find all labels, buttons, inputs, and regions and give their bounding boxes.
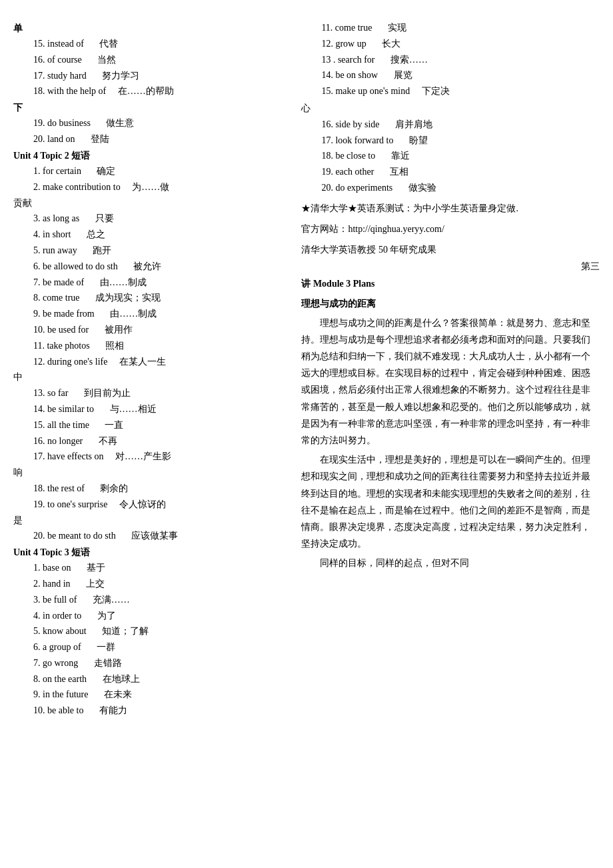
list-item: 5. know about 知道；了解 [13, 623, 288, 639]
phrase-cn: 令人惊讶的 [110, 499, 166, 509]
phrase-cn: 靠近 [382, 151, 410, 161]
section2-phrases: 1. base on 基于 2. hand in 上交 3. be full o… [13, 560, 288, 719]
phrase-cn: 被用作 [95, 325, 133, 335]
phrase-en: 15. all the time [33, 420, 89, 430]
phrase-en: 2. hand in [33, 579, 71, 589]
list-item: 4. in order to 为了 [13, 608, 288, 624]
phrase-cn: 对……产生影 [106, 451, 171, 461]
phrase-en: 3. as long as [33, 213, 79, 223]
phrase-en: 14. be on show [321, 70, 378, 80]
phrase-cn: 由……制成 [101, 309, 157, 319]
phrase-en: 8. on the earth [33, 674, 87, 684]
phrase-en: 2. make contribution to [33, 182, 121, 192]
list-item: 10. be able to 有能力 [13, 703, 288, 719]
phrase-cn: 只要 [86, 213, 114, 223]
list-item: 18. with the help of 在……的帮助 [13, 83, 288, 99]
phrase-en: 10. be used for [33, 325, 89, 335]
phrase-en: 15. make up one's mind [321, 86, 410, 96]
wrap-label: 响 [13, 465, 288, 481]
phrase-en: 8. come true [33, 293, 80, 303]
phrase-en: 16. of course [33, 55, 82, 65]
list-item: 7. go wrong 走错路 [13, 655, 288, 671]
page: 单 15. instead of 代替 16. of course 当然 17.… [13, 20, 600, 720]
phrase-cn: 一直 [95, 420, 123, 430]
phrase-cn: 基于 [77, 563, 105, 573]
list-item: 1. base on 基于 [13, 560, 288, 576]
phrase-en: 20. land on [33, 134, 75, 144]
list-item: 19. do business 做生意 [13, 115, 288, 131]
phrase-cn: 到目前为止 [75, 388, 131, 398]
phrase-cn: 在未来 [95, 689, 132, 699]
phrase-en: 17. study hard [33, 71, 87, 81]
wrap-label: 中 [13, 369, 288, 385]
phrase-en: 17. look forward to [321, 135, 393, 145]
phrase-en: 11. come true [321, 23, 372, 33]
phrase-cn: 充满…… [83, 595, 130, 605]
phrase-en: 10. be able to [33, 705, 83, 715]
phrase-cn: 盼望 [400, 135, 428, 145]
phrase-cn: 登陆 [81, 134, 109, 144]
list-item: 20. do experiments 做实验 [301, 180, 600, 196]
section1-title: Unit 4 Topic 2 短语 [13, 150, 288, 162]
list-item: 13 . search for 搜索…… [301, 52, 600, 68]
list-item: 19. to one's surprise 令人惊讶的 [13, 497, 288, 513]
list-item: 7. be made of 由……制成 [13, 275, 288, 291]
left-mid-header: 下 [13, 102, 288, 114]
phrase-cn: 在地球上 [93, 674, 140, 684]
list-item: 17. have effects on 对……产生影 [13, 449, 288, 465]
module-title: 讲 Module 3 Plans [301, 275, 600, 292]
phrase-en: 7. go wrong [33, 658, 78, 668]
list-item: 20. be meant to do sth 应该做某事 [13, 528, 288, 544]
phrase-en: 5. run away [33, 245, 77, 255]
list-item: 16. of course 当然 [13, 52, 288, 68]
list-item: 19. each other 互相 [301, 164, 600, 180]
phrase-en: 17. have effects on [33, 451, 103, 461]
list-item: 2. hand in 上交 [13, 576, 288, 592]
phrase-cn: 在某人一生 [110, 357, 166, 367]
phrase-cn: 应该做某事 [122, 531, 178, 541]
list-item: 15. instead of 代替 [13, 36, 288, 52]
phrase-en: 11. take photos [33, 341, 90, 351]
right-column: 11. come true 实现 12. grow up 长大 13 . sea… [295, 20, 600, 720]
list-item: 18. the rest of 剩余的 [13, 481, 288, 497]
list-item: 20. land on 登陆 [13, 131, 288, 147]
mid-phrases: 19. do business 做生意 20. land on 登陆 [13, 115, 288, 147]
phrase-en: 16. side by side [321, 119, 379, 129]
phrase-en: 19. to one's surprise [33, 499, 107, 509]
phrase-cn: 由……制成 [91, 277, 147, 287]
list-item: 17. study hard 努力学习 [13, 68, 288, 84]
left-top-header: 单 [13, 23, 288, 35]
phrase-en: 19. do business [33, 118, 91, 128]
list-item: 8. come true 成为现实；实现 [13, 290, 288, 306]
phrase-en: 14. be similar to [33, 404, 94, 414]
phrase-en: 4. in order to [33, 611, 81, 621]
list-item: 14. be similar to 与……相近 [13, 401, 288, 417]
phrase-cn: 肩并肩地 [386, 119, 432, 129]
list-item: 9. be made from 由……制成 [13, 306, 288, 322]
phrase-cn: 剩余的 [91, 483, 128, 493]
phrase-en: 9. be made from [33, 309, 95, 319]
list-item: 12. during one's life 在某人一生 [13, 354, 288, 370]
list-item: 11. take photos 照相 [13, 338, 288, 354]
wrap-label: 贡献 [13, 197, 288, 209]
phrase-en: 19. each other [321, 167, 374, 177]
right-mid-phrases: 16. side by side 肩并肩地 17. look forward t… [301, 117, 600, 196]
phrase-cn: 为……做 [123, 182, 169, 192]
phrase-cn: 一群 [87, 642, 115, 652]
list-item: 1. for certain 确定 [13, 163, 288, 179]
list-item: 18. be close to 靠近 [301, 148, 600, 164]
list-item: 10. be used for 被用作 [13, 322, 288, 338]
phrase-en: 12. grow up [321, 39, 366, 49]
phrase-cn: 被允许 [124, 261, 161, 271]
phrase-cn: 展览 [384, 70, 412, 80]
section1-phrases: 1. for certain 确定 2. make contribution t… [13, 163, 288, 544]
phrase-cn: 知道；了解 [93, 626, 149, 636]
list-item: 4. in short 总之 [13, 227, 288, 243]
phrase-en: 1. for certain [33, 166, 81, 176]
phrase-en: 1. base on [33, 563, 71, 573]
phrase-en: 13 . search for [321, 55, 374, 65]
phrase-cn: 长大 [372, 39, 400, 49]
list-item: 9. in the future 在未来 [13, 687, 288, 703]
phrase-cn: 照相 [96, 341, 124, 351]
phrase-en: 13. so far [33, 388, 69, 398]
